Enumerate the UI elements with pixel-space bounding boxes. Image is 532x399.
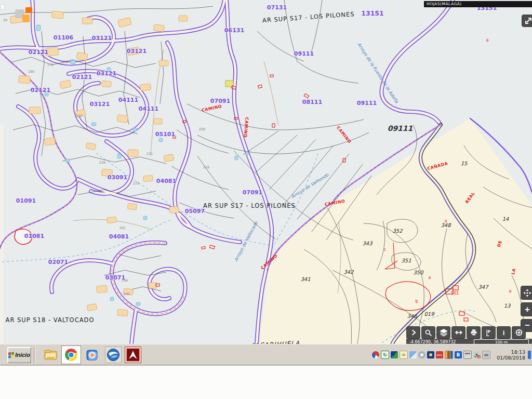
map-label: 03121 [127,48,147,55]
map-label: 350 [413,270,424,275]
chrome-shortcut[interactable] [61,345,81,364]
status-bar: -4.667290, 36.589732 100 m [406,339,532,344]
tray-mail-icon[interactable]: ✉ [400,351,408,359]
pan-arrows-icon [523,288,532,298]
chrome-icon [64,348,78,362]
panel-toggle-button[interactable] [406,326,420,339]
tray-volume-muted-icon[interactable]: 🔉x [473,351,481,358]
map-label: 346 [407,313,418,319]
folder-icon [44,349,58,361]
start-button-label: Inicio [15,352,30,358]
map-label: 02121 [31,87,50,94]
map-label: 01106 [54,34,74,41]
navigation-wheel-button[interactable] [512,326,526,339]
map-label: 06131 [224,27,244,34]
tray-window-icon[interactable] [463,351,472,359]
map-label: 225 [133,181,139,185]
layers-button[interactable] [436,326,450,339]
map-label: c [384,247,386,252]
location-pin-button[interactable]: P [482,326,496,339]
map-label: 13151 [361,9,384,17]
scale-label: 100 m [495,340,508,344]
info-button[interactable]: i [497,326,511,339]
tray-sync-icon[interactable]: ↻ [381,351,389,359]
magnifier-icon [424,329,432,337]
map-label: 07091 [210,98,230,104]
tray-overflow-icon[interactable] [528,351,531,359]
map-label: AR SUP S18 - VALTOCADO [6,316,95,324]
acrobat-shortcut[interactable] [125,347,141,363]
map-label: 13 [504,303,511,309]
map-label: 295 [124,292,130,296]
map-label: 01081 [24,233,44,240]
start-button[interactable]: Inicio [7,347,31,363]
map-label: 04111 [139,105,158,112]
tray-network-icon[interactable] [482,351,490,359]
map-label: 209 [199,127,205,131]
tray-chart-icon[interactable] [445,351,453,359]
map-label: 347 [478,284,489,290]
map-label: a [509,289,512,294]
acrobat-icon [126,348,140,362]
map-label: 02121 [29,49,48,56]
chevron-right-icon [410,329,417,336]
taskbar-separator [34,347,36,363]
map-label: 04081 [109,233,129,240]
map-label: 001 [451,291,459,296]
tray-b-icon[interactable]: B [455,351,462,358]
map-label: 352 [392,228,403,234]
clock-date: 01/08/2018 [495,355,525,361]
map-label: 05097 [185,208,205,215]
thunderbird-icon [107,348,120,362]
thunderbird-shortcut[interactable] [105,347,122,363]
map-label: 04081 [156,178,176,184]
gis-map-viewport[interactable]: 0110603121021210312103121021210212103121… [0,0,532,344]
tray-flower-icon[interactable] [418,351,425,358]
map-label: 04111 [118,97,138,103]
map-label: 342 [343,269,354,275]
map-label: 179 [47,63,54,67]
printer-icon [470,328,478,337]
map-label: 09111 [357,100,377,107]
map-label: 08111 [302,99,322,105]
tray-blue-badge-icon[interactable] [427,351,434,358]
sheet-title-bar: HOJAS(MALAGA) [424,1,532,7]
clock-time: 18:13 [495,349,525,355]
tray-swirl-icon[interactable] [372,351,379,358]
svg-text:P: P [487,329,490,334]
horizontal-arrows-icon [455,328,463,337]
map-label: 03091 [108,174,127,181]
map-label: a [429,275,431,280]
expand-icon [524,16,532,25]
desktop-empty-area [0,365,532,399]
map-label: 351 [401,258,411,263]
taskbar: Inicio [0,344,532,365]
pan-mode-button[interactable] [521,286,532,300]
map-label: 202 [76,114,82,118]
zoom-search-button[interactable] [421,326,435,339]
measure-button[interactable] [451,326,466,339]
map-label: 341 [300,276,310,282]
map-label: 221 [147,152,153,156]
map-label: b [415,299,418,304]
scale-bar: 100 m [474,339,529,344]
media-player-icon [86,349,99,362]
media-player-shortcut[interactable] [84,347,100,363]
cadastral-map[interactable]: 0110603121021210312103121021210212103121… [0,0,532,344]
system-tray: ↻ ✉ ccc B 🔉x 18:13 01/08/2018 [372,349,532,361]
zoom-in-button[interactable]: + [521,302,532,316]
fullscreen-expand-button[interactable] [522,15,532,27]
taskbar-clock[interactable]: 18:13 01/08/2018 [495,349,525,361]
map-label: 03121 [92,35,112,42]
map-label: AR SUP S17 - LOS PILONES [203,202,296,209]
map-label: 15 [461,161,468,166]
tray-red-badge-icon[interactable]: ccc [436,351,443,358]
wheel-icon [515,328,523,337]
tray-paint-icon[interactable] [409,351,417,358]
print-button[interactable] [467,326,481,339]
file-explorer-shortcut[interactable] [43,347,58,363]
map-label: 019 [424,311,435,317]
tray-split-icon[interactable] [391,351,398,358]
cursor-coordinates: -4.667290, 36.589732 [409,340,456,344]
map-label: 02071 [48,259,68,265]
